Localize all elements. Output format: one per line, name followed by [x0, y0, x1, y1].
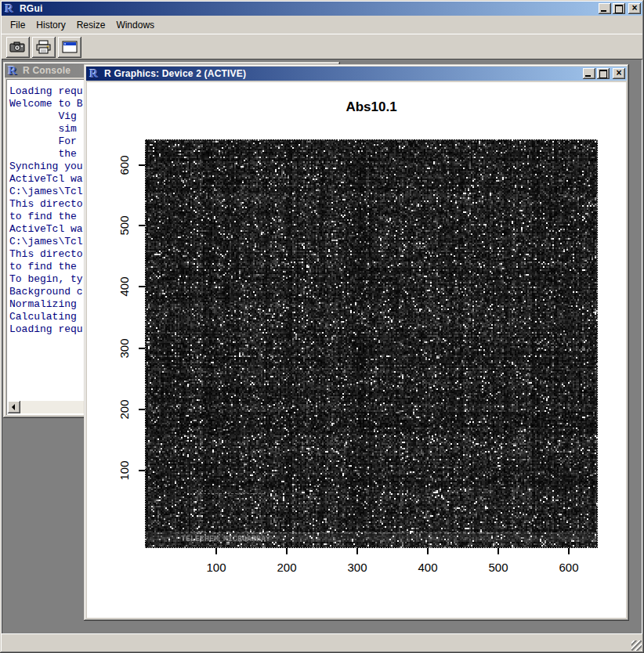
- close-icon: ×: [628, 2, 641, 13]
- scroll-left-button[interactable]: [8, 401, 20, 413]
- console-window-toolbar-button[interactable]: [58, 37, 81, 58]
- menu-item-file[interactable]: File: [5, 17, 31, 33]
- x-tick-label: 100: [206, 561, 226, 574]
- microarray-plot-image: [145, 139, 598, 548]
- y-tick: [139, 409, 145, 410]
- rgui-window: R RGui × File History Resize Windows: [0, 0, 644, 653]
- menu-item-resize[interactable]: Resize: [71, 17, 111, 33]
- x-tick-label: 600: [559, 561, 578, 574]
- y-tick-label: 600: [118, 155, 131, 175]
- console-title: R Console: [21, 65, 71, 76]
- plot-area: Abs10.1 600 500 400 300 200 100: [87, 82, 626, 618]
- graphics-window: R R Graphics: Device 2 (ACTIVE) × Abs10.…: [84, 64, 629, 621]
- plot-title: Abs10.1: [145, 99, 598, 115]
- x-tick-label: 500: [488, 561, 508, 574]
- y-tick-label: 400: [118, 276, 131, 296]
- r-logo-icon: R: [88, 68, 100, 80]
- printer-icon: [35, 40, 52, 54]
- x-tick: [215, 548, 217, 554]
- y-tick: [139, 164, 145, 166]
- x-tick: [497, 548, 499, 554]
- camera-icon: [9, 41, 27, 53]
- print-toolbar-button[interactable]: [32, 37, 56, 58]
- mdi-workspace: R R Console Loading requ Welcome to B Vi…: [2, 59, 642, 634]
- y-tick: [139, 348, 145, 349]
- graphics-title: R Graphics: Device 2 (ACTIVE): [103, 68, 246, 79]
- resize-grip[interactable]: [631, 640, 642, 651]
- main-maximize-button[interactable]: [613, 3, 625, 14]
- x-tick: [286, 548, 288, 554]
- main-close-button[interactable]: ×: [628, 3, 641, 14]
- y-tick-label: 200: [118, 399, 131, 419]
- menu-item-windows[interactable]: Windows: [110, 17, 160, 33]
- arrow-left-icon: [12, 404, 15, 410]
- y-tick-label: 300: [118, 338, 131, 358]
- menu-item-history[interactable]: History: [31, 17, 71, 33]
- x-tick: [427, 548, 429, 554]
- r-logo-icon: R: [6, 65, 19, 77]
- graphics-titlebar[interactable]: R R Graphics: Device 2 (ACTIVE) ×: [86, 67, 627, 81]
- camera-toolbar-button[interactable]: [6, 37, 30, 58]
- y-tick-label: 500: [118, 215, 131, 235]
- window-title: RGui: [18, 3, 42, 14]
- x-tick-label: 400: [418, 561, 437, 574]
- toolbar: [2, 34, 642, 60]
- minimize-icon: [601, 10, 606, 12]
- r-logo-icon[interactable]: R: [3, 3, 16, 15]
- minimize-icon: [585, 75, 591, 77]
- y-tick: [139, 286, 145, 287]
- graphics-close-button[interactable]: ×: [613, 68, 625, 79]
- main-minimize-button[interactable]: [599, 3, 611, 14]
- x-tick: [568, 548, 570, 554]
- x-tick-label: 200: [277, 561, 296, 574]
- menubar: File History Resize Windows: [2, 16, 642, 34]
- maximize-icon: [599, 70, 607, 78]
- y-tick: [139, 225, 145, 226]
- x-tick: [356, 548, 358, 554]
- y-tick-label: 100: [118, 460, 131, 480]
- maximize-icon: [615, 5, 623, 13]
- console-window-icon: [62, 41, 78, 53]
- graphics-minimize-button[interactable]: [583, 68, 595, 79]
- statusbar: [2, 633, 642, 651]
- y-tick: [139, 470, 145, 471]
- main-titlebar[interactable]: R RGui ×: [2, 2, 642, 16]
- close-icon: ×: [613, 67, 625, 78]
- x-tick-label: 300: [347, 561, 367, 574]
- graphics-maximize-button[interactable]: [597, 68, 610, 79]
